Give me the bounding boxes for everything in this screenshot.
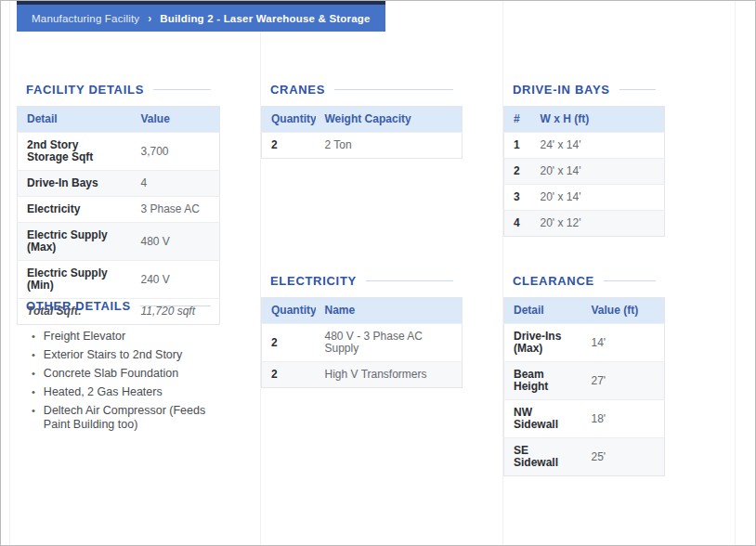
grid-divider bbox=[9, 1, 10, 545]
breadcrumb-separator-icon: › bbox=[148, 12, 151, 25]
bullet-icon: • bbox=[32, 367, 35, 381]
table-cell: 3 Phase AC bbox=[132, 197, 220, 223]
list-item: •Exterior Stairs to 2nd Story bbox=[32, 348, 220, 362]
table-row: Electricity3 Phase AC bbox=[18, 197, 220, 223]
table-row: 220' x 14' bbox=[504, 159, 665, 185]
heading-rule bbox=[619, 89, 656, 90]
section-other-details: OTHER DETAILS •Freight Elevator•Exterior… bbox=[17, 296, 220, 436]
section-heading: ELECTRICITY bbox=[270, 271, 463, 290]
bullet-icon: • bbox=[32, 404, 35, 432]
list-item-text: Deltech Air Compressor (Feeds Paint Buil… bbox=[44, 404, 220, 432]
table-cell: Drive-Ins (Max) bbox=[504, 324, 582, 362]
grid-divider bbox=[735, 1, 736, 545]
table-row: 22 Ton bbox=[262, 133, 463, 159]
table-cell: 27' bbox=[582, 362, 665, 400]
section-heading: FACILITY DETAILS bbox=[26, 80, 220, 98]
table-row: 2480 V - 3 Phase AC Supply bbox=[262, 324, 463, 362]
table-row: 320' x 14' bbox=[504, 185, 665, 211]
table-header-row: DetailValue bbox=[18, 107, 220, 133]
section-title: CLEARANCE bbox=[513, 274, 594, 288]
column-header: Value (ft) bbox=[582, 298, 665, 324]
table-row: Beam Height27' bbox=[504, 362, 665, 400]
table-cell: Electric Supply (Min) bbox=[18, 261, 132, 299]
table-cell: 20' x 14' bbox=[531, 159, 665, 185]
clearance-table: DetailValue (ft) Drive-Ins (Max)14'Beam … bbox=[503, 297, 665, 476]
table-cell: 1 bbox=[504, 133, 531, 159]
table-row: Electric Supply (Min)240 V bbox=[18, 261, 220, 299]
section-cranes: CRANES QuantityWeight Capacity 22 Ton bbox=[261, 80, 463, 159]
breadcrumb-banner: Manufacturing Facility › Building 2 - La… bbox=[17, 1, 385, 32]
table-cell: 4 bbox=[504, 211, 531, 237]
section-heading: CRANES bbox=[270, 80, 463, 98]
breadcrumb: Manufacturing Facility › Building 2 - La… bbox=[17, 5, 385, 32]
heading-rule bbox=[366, 280, 453, 281]
heading-rule bbox=[140, 306, 211, 306]
heading-rule bbox=[604, 280, 656, 281]
column-header: # bbox=[504, 107, 531, 133]
table-cell: 4 bbox=[132, 171, 220, 197]
table-row: 2nd Story Storage Sqft3,700 bbox=[18, 133, 220, 171]
column-header: Quantity bbox=[262, 298, 316, 324]
table-row: Drive-In Bays4 bbox=[18, 171, 220, 197]
table-cell: 480 V bbox=[132, 223, 220, 261]
column-header: W x H (ft) bbox=[531, 107, 665, 133]
table-cell: 480 V - 3 Phase AC Supply bbox=[316, 324, 463, 362]
bullet-icon: • bbox=[32, 330, 35, 344]
section-title: FACILITY DETAILS bbox=[26, 83, 144, 97]
table-cell: 18' bbox=[582, 400, 665, 438]
table-row: 2High V Transformers bbox=[262, 362, 463, 388]
table-cell: 24' x 14' bbox=[531, 133, 665, 159]
column-header: Weight Capacity bbox=[316, 107, 463, 133]
table-row: Drive-Ins (Max)14' bbox=[504, 324, 665, 362]
table-cell: Electricity bbox=[18, 197, 132, 223]
section-drive-in-bays: DRIVE-IN BAYS #W x H (ft) 124' x 14'220'… bbox=[503, 80, 665, 237]
section-facility-details: FACILITY DETAILS DetailValue 2nd Story S… bbox=[17, 80, 220, 325]
table-cell: 20' x 14' bbox=[531, 185, 665, 211]
table-cell: 2 bbox=[504, 159, 531, 185]
table-cell: Beam Height bbox=[504, 362, 582, 400]
table-header-row: #W x H (ft) bbox=[504, 107, 665, 133]
heading-rule bbox=[334, 89, 453, 90]
table-cell: 2 bbox=[262, 362, 316, 388]
section-heading: CLEARANCE bbox=[513, 271, 665, 290]
column-header: Name bbox=[316, 298, 463, 324]
section-title: ELECTRICITY bbox=[270, 274, 357, 288]
table-header-row: QuantityWeight Capacity bbox=[262, 107, 463, 133]
table-cell: 2 bbox=[262, 324, 316, 362]
table-header-row: DetailValue (ft) bbox=[504, 298, 665, 324]
table-row: 124' x 14' bbox=[504, 133, 665, 159]
building-detail-page: Manufacturing Facility › Building 2 - La… bbox=[0, 0, 756, 546]
column-header: Detail bbox=[18, 107, 132, 133]
section-title: OTHER DETAILS bbox=[26, 299, 131, 313]
section-heading: OTHER DETAILS bbox=[26, 296, 220, 315]
table-cell: 240 V bbox=[132, 261, 220, 299]
section-title: CRANES bbox=[270, 83, 325, 97]
section-heading: DRIVE-IN BAYS bbox=[513, 80, 665, 98]
list-item-text: Freight Elevator bbox=[44, 330, 125, 344]
bullet-icon: • bbox=[32, 348, 35, 362]
table-cell: 14' bbox=[582, 324, 665, 362]
table-cell: 2 Ton bbox=[316, 133, 463, 159]
table-cell: NW Sidewall bbox=[504, 400, 582, 438]
table-cell: 2 bbox=[262, 133, 316, 159]
list-item: •Concrete Slab Foundation bbox=[32, 367, 220, 381]
cranes-table: QuantityWeight Capacity 22 Ton bbox=[261, 106, 463, 159]
table-row: NW Sidewall18' bbox=[504, 400, 665, 438]
table-cell: 3 bbox=[504, 185, 531, 211]
table-cell: High V Transformers bbox=[316, 362, 463, 388]
list-item: •Heated, 2 Gas Heaters bbox=[32, 385, 220, 399]
breadcrumb-parent-link[interactable]: Manufacturing Facility bbox=[32, 13, 139, 24]
bullet-icon: • bbox=[32, 385, 35, 399]
table-cell: Electric Supply (Max) bbox=[18, 223, 132, 261]
other-details-list: •Freight Elevator•Exterior Stairs to 2nd… bbox=[32, 330, 220, 432]
electricity-table: QuantityName 2480 V - 3 Phase AC Supply2… bbox=[261, 297, 463, 388]
section-title: DRIVE-IN BAYS bbox=[513, 83, 610, 97]
table-cell: 25' bbox=[582, 438, 665, 476]
list-item-text: Concrete Slab Foundation bbox=[44, 367, 178, 381]
table-cell: 2nd Story Storage Sqft bbox=[18, 133, 132, 171]
heading-rule bbox=[153, 89, 211, 90]
list-item: •Freight Elevator bbox=[32, 330, 220, 344]
table-row: SE Sidewall25' bbox=[504, 438, 665, 476]
list-item-text: Exterior Stairs to 2nd Story bbox=[44, 348, 182, 362]
breadcrumb-current: Building 2 - Laser Warehouse & Storage bbox=[160, 13, 370, 24]
